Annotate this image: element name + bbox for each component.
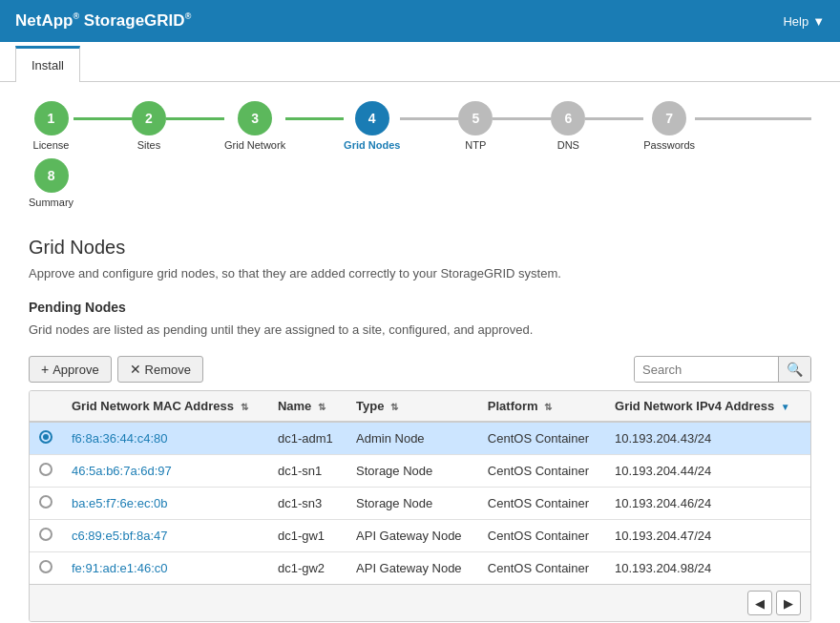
radio-unselected-icon [39, 463, 52, 476]
prev-page-button[interactable]: ◀ [747, 591, 772, 615]
cell-mac: c6:89:e5:bf:8a:47 [62, 520, 268, 552]
page-description: Approve and configure grid nodes, so tha… [29, 266, 811, 280]
step-3-label: Grid Network [224, 139, 285, 151]
main-content: 1 License 8 Summary 2 Sites 3 Grid Netwo… [0, 82, 840, 623]
connector-5-6 [493, 117, 551, 120]
step-6-label: DNS [557, 139, 579, 151]
cell-ipv4: 10.193.204.47/24 [605, 520, 810, 552]
help-label: Help [783, 14, 808, 29]
step-5-circle: 5 [458, 101, 493, 135]
plus-icon: + [41, 362, 49, 377]
cell-name: dc1-sn3 [268, 488, 346, 520]
ipv4-sort-icon: ▼ [781, 402, 790, 412]
pending-nodes-title: Pending Nodes [29, 300, 811, 315]
platform-sort-icon: ⇅ [544, 402, 552, 412]
search-input[interactable] [635, 358, 778, 382]
col-ipv4[interactable]: Grid Network IPv4 Address ▼ [605, 391, 810, 422]
wizard-step-4[interactable]: 4 Grid Nodes [344, 101, 400, 151]
col-type[interactable]: Type ⇅ [346, 391, 478, 422]
step-7-label: Passwords [643, 139, 695, 151]
step-1-circle: 1 [34, 101, 69, 135]
step-1-label: License [33, 139, 70, 151]
wizard-step-2[interactable]: 2 Sites [132, 101, 166, 151]
cell-mac: ba:e5:f7:6e:ec:0b [62, 488, 268, 520]
cell-platform: CentOS Container [478, 488, 605, 520]
step-5-label: NTP [465, 139, 486, 151]
row-radio[interactable] [30, 488, 62, 520]
toolbar-actions: + Approve ✕ Remove [29, 356, 203, 383]
wizard-step-1[interactable]: 1 License [33, 101, 70, 151]
col-mac[interactable]: Grid Network MAC Address ⇅ [62, 391, 268, 422]
search-button[interactable]: 🔍 [778, 357, 810, 382]
radio-unselected-icon [39, 560, 52, 573]
name-sort-icon: ⇅ [318, 402, 326, 412]
table-row[interactable]: c6:89:e5:bf:8a:47dc1-gw1API Gateway Node… [30, 520, 810, 552]
remove-button[interactable]: ✕ Remove [117, 356, 203, 383]
cell-mac: fe:91:ad:e1:46:c0 [62, 552, 268, 585]
cell-platform: CentOS Container [478, 552, 605, 585]
radio-unselected-icon [39, 495, 52, 509]
app-logo: NetApp® StorageGRID® [15, 11, 191, 31]
col-radio [30, 391, 62, 422]
cell-name: dc1-gw2 [268, 552, 346, 585]
step-4-label: Grid Nodes [344, 139, 400, 151]
cell-type: API Gateway Node [346, 552, 478, 585]
next-page-button[interactable]: ▶ [776, 591, 801, 615]
connector-4-5 [400, 117, 458, 120]
step-2-label: Sites [137, 139, 160, 151]
cell-platform: CentOS Container [478, 422, 605, 455]
wizard-step-5[interactable]: 5 NTP [458, 101, 493, 151]
step-3-circle: 3 [238, 101, 272, 135]
step-4-circle: 4 [355, 101, 389, 135]
connector-6-7 [585, 117, 643, 120]
nodes-table: Grid Network MAC Address ⇅ Name ⇅ Type ⇅… [29, 390, 811, 622]
wizard-step-7[interactable]: 7 Passwords [643, 101, 695, 151]
wizard-step-8[interactable]: 8 Summary [29, 158, 74, 208]
col-platform[interactable]: Platform ⇅ [478, 391, 605, 422]
step-7-circle: 7 [652, 101, 686, 135]
wizard-steps: 1 License 8 Summary 2 Sites 3 Grid Netwo… [29, 101, 811, 208]
table-row[interactable]: fe:91:ad:e1:46:c0dc1-gw2API Gateway Node… [30, 552, 810, 585]
table-row[interactable]: 46:5a:b6:7a:6d:97dc1-sn1Storage NodeCent… [30, 455, 810, 488]
connector-1-2 [74, 117, 132, 120]
x-icon: ✕ [130, 362, 141, 377]
tab-install[interactable]: Install [15, 46, 80, 82]
search-icon: 🔍 [787, 362, 803, 377]
step-6-circle: 6 [551, 101, 585, 135]
step-8-circle: 8 [34, 158, 69, 193]
step-2-circle: 2 [132, 101, 166, 135]
help-menu[interactable]: Help ▼ [783, 14, 825, 29]
cell-type: API Gateway Node [346, 520, 478, 552]
search-box: 🔍 [634, 356, 811, 383]
row-radio[interactable] [30, 422, 62, 455]
step-8-label: Summary [29, 197, 74, 208]
help-chevron-icon: ▼ [812, 14, 825, 29]
cell-ipv4: 10.193.204.46/24 [605, 488, 810, 520]
table-row[interactable]: ba:e5:f7:6e:ec:0bdc1-sn3Storage NodeCent… [30, 488, 810, 520]
row-radio[interactable] [30, 552, 62, 585]
page-title: Grid Nodes [29, 237, 811, 259]
pagination-bar: ◀ ▶ [30, 584, 810, 621]
cell-name: dc1-gw1 [268, 520, 346, 552]
connector-7-end [695, 117, 811, 120]
radio-selected-icon [39, 430, 52, 444]
cell-mac: 46:5a:b6:7a:6d:97 [62, 455, 268, 488]
app-header: NetApp® StorageGRID® Help ▼ [0, 0, 840, 42]
approve-button[interactable]: + Approve [29, 356, 112, 383]
wizard-step-6[interactable]: 6 DNS [551, 101, 585, 151]
cell-type: Storage Node [346, 455, 478, 488]
table-row[interactable]: f6:8a:36:44:c4:80dc1-adm1Admin NodeCentO… [30, 422, 810, 455]
col-name[interactable]: Name ⇅ [268, 391, 346, 422]
connector-2-3 [166, 117, 224, 120]
row-radio[interactable] [30, 455, 62, 488]
cell-ipv4: 10.193.204.44/24 [605, 455, 810, 488]
cell-platform: CentOS Container [478, 455, 605, 488]
row-radio[interactable] [30, 520, 62, 552]
wizard-step-3[interactable]: 3 Grid Network [224, 101, 285, 151]
cell-platform: CentOS Container [478, 520, 605, 552]
cell-name: dc1-adm1 [268, 422, 346, 455]
table-header-row: Grid Network MAC Address ⇅ Name ⇅ Type ⇅… [30, 391, 810, 422]
tab-bar: Install [0, 42, 840, 82]
cell-type: Admin Node [346, 422, 478, 455]
cell-ipv4: 10.193.204.43/24 [605, 422, 810, 455]
